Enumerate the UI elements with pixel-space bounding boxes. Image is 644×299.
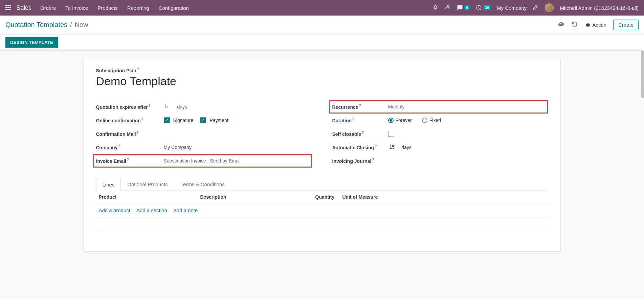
duration-label: Duration? xyxy=(332,117,388,123)
duration-forever-radio[interactable]: Forever xyxy=(388,118,412,123)
cloud-upload-icon[interactable] xyxy=(558,21,564,29)
nav-menu: Orders To Invoice Products Reporting Con… xyxy=(40,5,189,11)
template-name-input[interactable] xyxy=(96,75,548,88)
empty-row xyxy=(96,218,548,231)
control-panel: Quotation Templates / New Action Create xyxy=(0,16,644,34)
signature-checkbox[interactable]: ✓ xyxy=(164,117,170,123)
auto-close-value-input[interactable] xyxy=(388,144,398,151)
tab-terms-conditions[interactable]: Terms & Conditions xyxy=(174,178,231,191)
payment-checkbox[interactable]: ✓ xyxy=(200,117,206,123)
tab-lines[interactable]: Lines xyxy=(96,178,121,191)
invoicing-journal-input[interactable] xyxy=(388,157,548,164)
auto-close-unit: days xyxy=(402,145,412,150)
confirmation-mail-input[interactable] xyxy=(164,130,312,137)
nav-configuration[interactable]: Configuration xyxy=(159,5,189,11)
automatic-closing-label: Automatic Closing? xyxy=(332,144,388,150)
form-container: Subscription Plan? Quotation expires aft… xyxy=(0,51,644,260)
breadcrumb-separator: / xyxy=(70,21,72,29)
nav-orders[interactable]: Orders xyxy=(40,5,56,11)
recurrence-label: Recurrence? xyxy=(332,104,388,110)
online-confirmation-label: Online confirmation? xyxy=(96,117,164,123)
user-menu[interactable]: Mitchell Admin (21623424-16-0-all) xyxy=(560,5,639,11)
app-brand[interactable]: Sales xyxy=(16,4,31,11)
duration-fixed-radio[interactable]: Fixed xyxy=(422,118,441,123)
top-navbar: Sales Orders To Invoice Products Reporti… xyxy=(0,0,644,16)
col-description: Description xyxy=(200,194,315,200)
add-section-link[interactable]: Add a section xyxy=(136,207,167,213)
lines-table-header: Product Description Quantity Unit of Mea… xyxy=(96,191,548,203)
signature-label: Signature xyxy=(173,118,194,123)
breadcrumb: Quotation Templates / New xyxy=(5,21,88,29)
company-label: Company? xyxy=(96,144,164,150)
add-product-link[interactable]: Add a product xyxy=(99,207,130,213)
svg-point-1 xyxy=(447,5,448,7)
self-closable-label: Self closable? xyxy=(332,131,388,137)
notebook-tabs: Lines Optional Products Terms & Conditio… xyxy=(96,178,548,191)
tab-optional-products[interactable]: Optional Products xyxy=(121,178,174,191)
messages-button[interactable]: 9 xyxy=(457,5,470,11)
subscription-plan-label: Subscription Plan? xyxy=(96,67,548,73)
activities-badge: 39 xyxy=(483,5,491,10)
form-sheet: Subscription Plan? Quotation expires aft… xyxy=(84,59,561,252)
scrollbar[interactable] xyxy=(641,51,644,98)
payment-label: Payment xyxy=(209,118,228,123)
invoice-email-label: Invoice Email? xyxy=(96,158,164,164)
expires-value-input[interactable] xyxy=(164,103,174,110)
self-closable-checkbox[interactable] xyxy=(388,131,394,137)
action-button-label: Action xyxy=(592,22,606,28)
breadcrumb-parent[interactable]: Quotation Templates xyxy=(5,21,67,29)
nav-to-invoice[interactable]: To Invoice xyxy=(65,5,88,11)
debug-icon[interactable] xyxy=(445,4,451,11)
invoice-email-value[interactable]: Subscription Invoice : Send by Email xyxy=(164,158,241,164)
action-button[interactable]: Action xyxy=(585,22,606,28)
quotation-expires-label: Quotation expires after? xyxy=(96,104,164,110)
create-button[interactable]: Create xyxy=(613,20,639,30)
invoicing-journal-label: Invoicing Journal? xyxy=(332,158,388,164)
design-template-button[interactable]: DESIGN TEMPLATE xyxy=(5,37,58,48)
avatar[interactable] xyxy=(545,3,554,12)
nav-reporting[interactable]: Reporting xyxy=(127,5,149,11)
activities-button[interactable]: 39 xyxy=(476,5,491,11)
statusbar: DESIGN TEMPLATE xyxy=(0,34,644,51)
col-uom: Unit of Measure xyxy=(342,194,546,200)
apps-icon[interactable] xyxy=(5,5,12,11)
tools-icon[interactable] xyxy=(533,4,539,11)
add-note-link[interactable]: Add a note xyxy=(173,207,198,213)
bug-icon[interactable] xyxy=(432,4,439,11)
recurrence-value[interactable]: Monthly xyxy=(388,104,405,109)
confirmation-mail-label: Confirmation Mail? xyxy=(96,131,164,137)
expires-unit: days xyxy=(177,104,187,109)
messages-badge: 9 xyxy=(464,5,470,10)
company-switcher[interactable]: My Company xyxy=(497,5,527,11)
col-product: Product xyxy=(99,194,200,200)
company-value[interactable]: My Company xyxy=(164,145,192,150)
discard-icon[interactable] xyxy=(571,21,578,29)
lines-table-actions-row: Add a product Add a section Add a note xyxy=(96,203,548,218)
gear-icon xyxy=(585,22,590,28)
breadcrumb-current: New xyxy=(75,21,88,29)
svg-point-0 xyxy=(434,6,437,8)
col-quantity: Quantity xyxy=(315,194,342,200)
nav-products[interactable]: Products xyxy=(97,5,117,11)
